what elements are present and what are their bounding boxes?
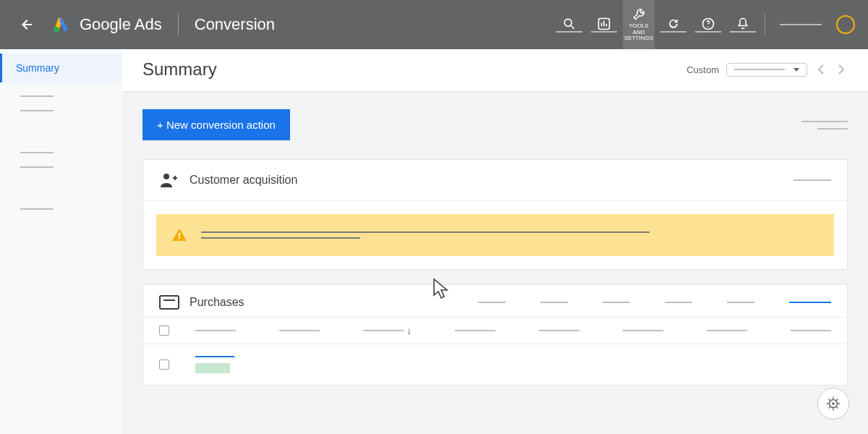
refresh-button[interactable] bbox=[658, 7, 689, 42]
date-prev-button[interactable] bbox=[814, 61, 827, 77]
main-content: Summary Custom + New conversion action bbox=[122, 49, 868, 434]
person-add-icon bbox=[159, 171, 179, 189]
date-range-picker[interactable] bbox=[726, 63, 807, 77]
card-metrics-placeholder bbox=[478, 302, 831, 303]
page-header: Summary Custom bbox=[122, 49, 868, 92]
account-avatar[interactable] bbox=[836, 15, 855, 34]
svg-line-2 bbox=[571, 26, 574, 29]
status-chip bbox=[195, 363, 230, 373]
svg-line-18 bbox=[829, 399, 830, 401]
table-row[interactable] bbox=[143, 344, 847, 385]
purchases-card: Purchases ↓ bbox=[142, 284, 848, 386]
select-all-checkbox[interactable] bbox=[159, 326, 169, 336]
content-area: + New conversion action Customer acquisi… bbox=[122, 92, 868, 434]
tools-settings-button[interactable]: TOOLS AND SETTINGS bbox=[623, 0, 655, 49]
date-next-button[interactable] bbox=[835, 61, 848, 77]
svg-point-0 bbox=[54, 27, 59, 33]
warning-text-placeholder bbox=[201, 227, 818, 243]
product-name: Google Ads bbox=[80, 15, 162, 34]
sidebar-item[interactable] bbox=[20, 152, 54, 153]
svg-line-20 bbox=[829, 407, 830, 409]
row-checkbox[interactable] bbox=[159, 359, 169, 370]
card-title: Purchases bbox=[190, 296, 244, 309]
chevron-down-icon bbox=[793, 68, 799, 72]
help-button[interactable] bbox=[692, 7, 724, 42]
divider bbox=[178, 14, 179, 35]
sidebar-item[interactable] bbox=[20, 208, 54, 210]
warning-icon bbox=[172, 229, 187, 241]
svg-point-8 bbox=[707, 26, 709, 27]
reports-button[interactable] bbox=[588, 7, 620, 42]
sidebar-item[interactable] bbox=[20, 110, 54, 111]
back-button[interactable] bbox=[13, 10, 42, 39]
tools-settings-label: TOOLS AND SETTINGS bbox=[623, 23, 655, 42]
page-context: Conversion bbox=[195, 15, 275, 34]
page-title: Summary bbox=[142, 59, 217, 80]
table-header: ↓ bbox=[143, 317, 847, 344]
svg-line-19 bbox=[837, 407, 838, 409]
sidebar-item-summary[interactable]: Summary bbox=[0, 54, 122, 82]
customer-acquisition-card: Customer acquisition bbox=[142, 159, 848, 270]
card-action-placeholder bbox=[793, 179, 831, 181]
feedback-fab[interactable] bbox=[817, 388, 849, 420]
svg-point-9 bbox=[163, 174, 169, 179]
app-header: Google Ads Conversion TOOLS AND SETTINGS bbox=[0, 0, 868, 49]
sidebar: Summary bbox=[0, 49, 122, 434]
divider bbox=[765, 14, 765, 35]
sidebar-item[interactable] bbox=[20, 166, 54, 168]
account-placeholder bbox=[780, 24, 822, 25]
summary-stats-placeholder bbox=[801, 121, 848, 129]
card-icon bbox=[159, 295, 179, 310]
date-range-label: Custom bbox=[686, 64, 719, 75]
sidebar-item[interactable] bbox=[20, 95, 54, 97]
warning-banner bbox=[156, 214, 834, 256]
svg-point-13 bbox=[832, 402, 835, 405]
card-title: Customer acquisition bbox=[190, 174, 297, 187]
header-tools: TOOLS AND SETTINGS bbox=[553, 0, 855, 49]
product-logo: Google Ads bbox=[52, 15, 162, 34]
sort-arrow-icon[interactable]: ↓ bbox=[407, 325, 412, 336]
notifications-button[interactable] bbox=[727, 7, 759, 42]
row-link[interactable] bbox=[195, 356, 234, 357]
svg-point-1 bbox=[564, 19, 571, 26]
google-ads-logo-icon bbox=[52, 15, 71, 34]
view-link[interactable] bbox=[789, 302, 831, 303]
svg-line-21 bbox=[837, 399, 838, 401]
search-button[interactable] bbox=[553, 7, 585, 42]
new-conversion-action-button[interactable]: + New conversion action bbox=[142, 109, 290, 140]
